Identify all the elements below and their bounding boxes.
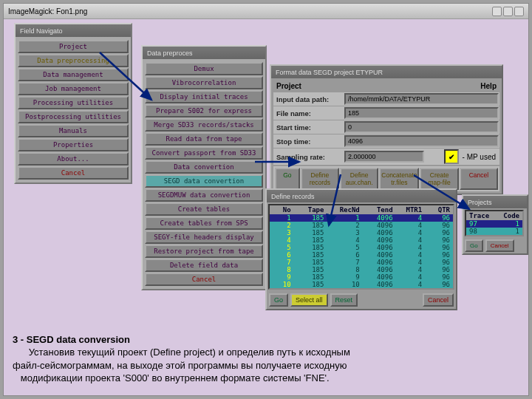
mp-used-checkbox[interactable]: ✔ — [444, 149, 459, 164]
col-header: Tape — [294, 206, 327, 214]
cancel-button[interactable]: Cancel — [460, 168, 498, 190]
nav-item-data-preprocessing[interactable]: Data preprocessing — [18, 54, 129, 67]
mp-used-label: - MP used — [463, 153, 496, 161]
project-row[interactable]: 971 — [466, 220, 522, 228]
table-row[interactable]: 10185104096496 — [270, 281, 453, 288]
field-navigator-window: Field Navigato ProjectData preprocessing… — [14, 23, 132, 184]
maximize-icon[interactable] — [503, 7, 513, 16]
image-viewer-titlebar: ImageMagick: Fon1.png — [4, 4, 528, 19]
start-time-field[interactable]: 0 — [344, 121, 499, 133]
preproc-item-cancel[interactable]: Cancel — [145, 273, 263, 286]
stop-time-field[interactable]: 4096 — [344, 135, 499, 147]
projects-cancel-button[interactable]: Cancel — [485, 239, 514, 252]
preproc-item-read-data-from-tape[interactable]: Read data from tape — [145, 132, 263, 146]
stop-time-label: Stop time: — [274, 137, 344, 146]
table-row[interactable]: 618564096496 — [270, 251, 453, 259]
records-go-button[interactable]: Go — [269, 293, 288, 307]
col-header: MTR1 — [396, 206, 426, 214]
nav-item-postprocessing-utilities[interactable]: Postprocessing utilities — [18, 110, 129, 123]
reset-button[interactable]: Reset — [330, 293, 358, 307]
table-row[interactable]: 218524096496 — [270, 222, 453, 229]
table-row[interactable]: 318534096496 — [270, 229, 453, 236]
nav-item-project[interactable]: Project — [18, 40, 129, 53]
projects-window: Projects TraceCode971981 Go Cancel — [462, 194, 528, 255]
table-row[interactable]: 918594096496 — [270, 273, 453, 281]
sampling-rate-label: Sampling rate: — [274, 153, 344, 161]
caption-heading: 3 - SEGD data conversion — [13, 334, 130, 345]
preproc-item-delete-field-data[interactable]: Delete field data — [145, 259, 263, 272]
preproc-item-segy-file-headers-display[interactable]: SEGY-file headers display — [145, 231, 263, 244]
preproc-item-convert-passport-from-sd-[interactable]: Convert passport from SD33 — [145, 146, 263, 160]
preproc-item-demux[interactable]: Demux — [145, 62, 263, 75]
col-header: RecNd — [327, 206, 362, 214]
window-controls — [492, 7, 524, 16]
preproc-item-data-convertion[interactable]: Data convertion — [145, 160, 263, 174]
go-button[interactable]: Go — [275, 168, 300, 190]
create-map-button[interactable]: Create map-file — [420, 168, 458, 190]
format-data-title: Format data SEGD project ETYPUR — [271, 66, 502, 78]
table-row[interactable]: 818584096496 — [270, 266, 453, 273]
col-header: QTR — [425, 206, 453, 214]
close-icon[interactable] — [514, 7, 524, 16]
table-row[interactable]: 518554096496 — [270, 244, 453, 251]
preproc-item-prepare-s-for-express[interactable]: Prepare S002 for express — [145, 104, 263, 117]
projects-go-button[interactable]: Go — [465, 239, 483, 252]
minimize-icon[interactable] — [492, 7, 502, 16]
preproc-item-create-tables[interactable]: Create tables — [145, 202, 263, 216]
preproc-item-segdmuw-data-convertion[interactable]: SEGDMUW data convertion — [145, 188, 263, 202]
nav-item-properties[interactable]: Properties — [18, 138, 129, 151]
define-records-button[interactable]: Define records — [301, 168, 339, 190]
records-cancel-button[interactable]: Cancel — [423, 293, 454, 307]
preproc-item-create-tables-from-sps[interactable]: Create tables from SPS — [145, 216, 263, 230]
input-path-field[interactable]: /home/mmk/DATA/ETYPUR — [344, 93, 499, 105]
concatenate-button[interactable]: Concatenate tr.files — [379, 168, 419, 190]
nav-item-manuals[interactable]: Manuals — [18, 124, 129, 137]
nav-item-job-management[interactable]: Job management — [18, 82, 129, 95]
data-preprocess-title: Data preproces — [143, 47, 265, 59]
field-navigator-title: Field Navigato — [16, 24, 131, 37]
project-label: Project — [276, 82, 301, 90]
data-preprocess-window: Data preproces DemuxVibrocorrelationDisp… — [141, 45, 267, 290]
define-records-window: Define records NoTapeRecNdTendMTR1QTR118… — [265, 188, 457, 310]
table-row[interactable]: 718574096496 — [270, 259, 453, 266]
file-name-label: File name: — [274, 109, 344, 117]
nav-item-about-[interactable]: About... — [18, 152, 129, 166]
image-viewer-title: ImageMagick: Fon1.png — [8, 7, 87, 16]
col-header: No — [270, 206, 294, 214]
nav-item-cancel[interactable]: Cancel — [18, 166, 129, 180]
preproc-item-restore-project-from-tape[interactable]: Restore project from tape — [145, 245, 263, 258]
col-header: Tend — [363, 206, 396, 214]
table-row[interactable]: 418544096496 — [270, 236, 453, 244]
define-aux-button[interactable]: Define aux.chan. — [340, 168, 378, 190]
help-link[interactable]: Help — [480, 82, 497, 90]
file-name-field[interactable]: 185 — [344, 107, 499, 119]
caption-text: 3 - SEGD data conversion Установив текущ… — [13, 333, 519, 385]
format-data-window: Format data SEGD project ETYPUR Project … — [270, 64, 503, 195]
preproc-item-merge-sd-records-stacks[interactable]: Merge SD33 records/stacks — [145, 118, 263, 132]
input-path-label: Input data path: — [274, 95, 344, 103]
select-all-button[interactable]: Select all — [290, 293, 328, 307]
nav-item-processing-utilities[interactable]: Processing utilities — [18, 96, 129, 109]
nav-item-data-management[interactable]: Data management — [18, 68, 129, 81]
preproc-item-vibrocorrelation[interactable]: Vibrocorrelation — [145, 76, 263, 89]
project-row[interactable]: 981 — [466, 228, 522, 235]
preproc-item-display-initial-traces[interactable]: Display initial traces — [145, 90, 263, 103]
sampling-rate-field[interactable]: 2.000000 — [344, 151, 424, 163]
table-row[interactable]: 118514096496 — [270, 214, 453, 222]
preproc-item-segd-data-convertion[interactable]: SEGD data convertion — [145, 174, 263, 188]
start-time-label: Start time: — [274, 123, 344, 132]
define-records-title: Define records — [267, 190, 456, 202]
projects-title: Projects — [463, 196, 527, 208]
